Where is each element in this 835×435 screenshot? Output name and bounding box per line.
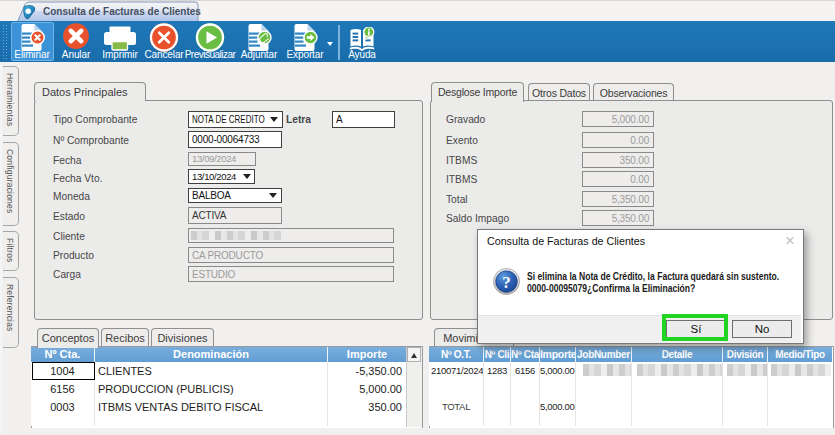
- svg-text:?: ?: [502, 273, 511, 292]
